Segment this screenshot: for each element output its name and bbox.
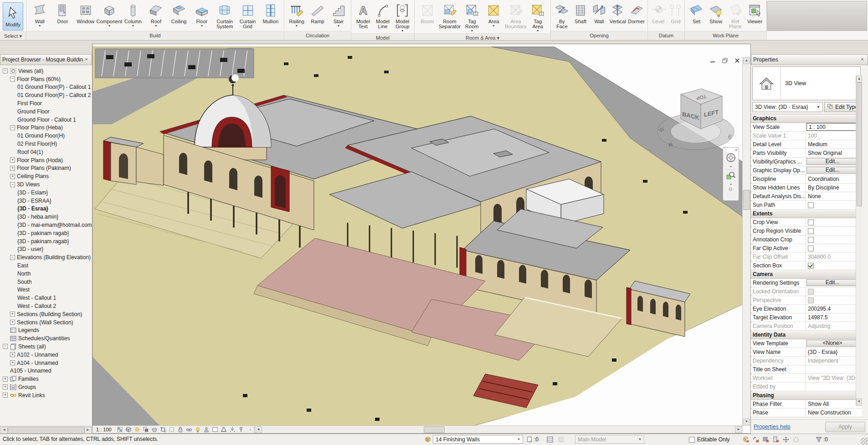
tree-minus-toggle-icon[interactable]: − bbox=[3, 68, 8, 73]
editable-only-control[interactable]: Editable Only bbox=[689, 435, 729, 444]
tree-plus-toggle-icon[interactable]: + bbox=[10, 158, 15, 163]
view-minimize-icon[interactable] bbox=[709, 57, 716, 64]
tree-minus-toggle-icon[interactable]: − bbox=[10, 77, 15, 82]
crop-view-icon[interactable] bbox=[159, 426, 167, 433]
property-value[interactable]: Adjusting bbox=[806, 322, 862, 330]
tool-mullion[interactable]: Mullion bbox=[259, 1, 282, 25]
property-value[interactable]: New Construction bbox=[806, 409, 862, 417]
select-group-label[interactable]: Select ▾ bbox=[0, 31, 26, 40]
tree-item[interactable]: +Ceiling Plans bbox=[0, 172, 92, 180]
constraints-icon[interactable] bbox=[237, 426, 245, 433]
tree-plus-toggle-icon[interactable]: + bbox=[10, 352, 15, 357]
tree-plus-toggle-icon[interactable]: + bbox=[10, 360, 15, 365]
tool-door[interactable]: Door bbox=[51, 1, 74, 25]
temp-view-icon[interactable] bbox=[211, 426, 219, 433]
tool-shaft[interactable]: Shaft bbox=[571, 1, 590, 25]
canvas-vscrollbar[interactable]: ▲ ▼ bbox=[742, 57, 750, 426]
tree-item[interactable]: +A102 - Unnamed bbox=[0, 351, 92, 359]
property-value[interactable]: 200295.4 bbox=[806, 305, 862, 313]
tree-plus-toggle-icon[interactable]: + bbox=[10, 312, 15, 317]
property-value[interactable]: Medium bbox=[806, 140, 862, 148]
tree-minus-toggle-icon[interactable]: − bbox=[10, 182, 15, 187]
tree-item[interactable]: South bbox=[0, 278, 92, 286]
tree-plus-toggle-icon[interactable]: + bbox=[3, 393, 8, 398]
displacement-icon[interactable] bbox=[229, 426, 236, 433]
property-checkbox[interactable] bbox=[808, 220, 814, 225]
editable-only-checkbox[interactable] bbox=[689, 437, 695, 443]
tree-item[interactable]: Legends bbox=[0, 327, 92, 335]
tree-item[interactable]: West bbox=[0, 286, 92, 294]
tree-item[interactable]: Schedules/Quantities bbox=[0, 334, 92, 343]
tool-model-text[interactable]: AModel Text bbox=[353, 1, 373, 30]
project-browser-hscrollbar[interactable]: ◄ ► bbox=[0, 426, 92, 434]
property-button[interactable]: Edit... bbox=[806, 167, 858, 174]
tree-item[interactable]: North bbox=[0, 270, 92, 278]
tool-wall[interactable]: Wall▼ bbox=[28, 1, 51, 28]
shadows-icon[interactable] bbox=[142, 426, 150, 433]
lock-view-icon[interactable] bbox=[177, 426, 185, 433]
tree-item[interactable]: {3D - Eslam} bbox=[0, 189, 92, 197]
property-value[interactable] bbox=[806, 365, 862, 373]
view-close-icon[interactable] bbox=[733, 57, 741, 64]
worksets-dialog-icon[interactable] bbox=[546, 435, 554, 444]
viewcube[interactable]: TOP BACK LEFT N E S W bbox=[656, 87, 740, 156]
tool-model-line[interactable]: Model Line bbox=[373, 1, 392, 30]
tree-item[interactable]: Roof 04(1) bbox=[0, 148, 92, 156]
modify-button[interactable]: Modify bbox=[3, 2, 23, 31]
reveal-hidden-icon[interactable] bbox=[194, 426, 202, 433]
tree-item[interactable]: −Views (all) bbox=[0, 67, 92, 75]
tree-item[interactable]: +Floor Plans (Pakinam) bbox=[0, 164, 92, 173]
detail-level-icon[interactable] bbox=[116, 426, 124, 433]
property-checkbox[interactable] bbox=[808, 263, 814, 269]
tool-model-group[interactable]: Model Group▼ bbox=[393, 1, 412, 33]
crop-region-icon[interactable] bbox=[168, 426, 176, 433]
section-header-graphics[interactable]: Graphics bbox=[751, 114, 862, 123]
tree-item[interactable]: +Sections (Building Section) bbox=[0, 310, 92, 318]
tree-item[interactable]: {3D - ESRAA} bbox=[0, 197, 92, 205]
tool-stair[interactable]: Stair▼ bbox=[328, 1, 349, 28]
tree-item[interactable]: Ground Floor - Callout 1 bbox=[0, 116, 92, 124]
tree-item[interactable]: West - Callout 2 bbox=[0, 302, 92, 310]
visual-style-icon[interactable] bbox=[125, 426, 133, 433]
zoom-dropdown-icon[interactable]: ▾ bbox=[730, 183, 732, 186]
tree-item[interactable]: +Sections (Wall Section) bbox=[0, 318, 92, 327]
property-checkbox[interactable] bbox=[808, 237, 814, 243]
property-checkbox[interactable] bbox=[808, 202, 814, 208]
tool-room-separator[interactable]: Room Separator bbox=[438, 1, 461, 30]
tool-vertical[interactable]: Vertical bbox=[608, 1, 627, 25]
property-value[interactable]: Coordination bbox=[806, 175, 862, 183]
tree-item[interactable]: 02 First Floor(H) bbox=[0, 140, 92, 148]
property-value[interactable]: By Discipline bbox=[806, 184, 862, 192]
mosque-3d-model[interactable] bbox=[92, 44, 751, 427]
tree-item[interactable]: +A104 - Unnamed bbox=[0, 359, 92, 367]
drawing-area[interactable]: TOP BACK LEFT N E S W ⊗ ▾ bbox=[92, 44, 751, 434]
tool-viewer[interactable]: Viewer bbox=[745, 1, 765, 25]
rendering-dialog-icon[interactable] bbox=[151, 426, 159, 433]
tree-item[interactable]: −Elevations (Building Elevation) bbox=[0, 253, 92, 261]
design-option-combobox[interactable]: Main Model▼ bbox=[575, 435, 644, 444]
project-browser-close-icon[interactable]: × bbox=[83, 56, 90, 63]
properties-vscrollbar[interactable]: ▲ ▼ bbox=[856, 75, 862, 406]
tree-item[interactable]: Ground Floor bbox=[0, 107, 92, 116]
tree-item[interactable]: −Floor Plans (60%) bbox=[0, 75, 92, 83]
view-restore-icon[interactable] bbox=[721, 57, 729, 64]
tool-dormer[interactable]: Dormer bbox=[627, 1, 646, 25]
tool-floor[interactable]: Floor▼ bbox=[190, 1, 213, 28]
tree-item[interactable]: +Floor Plans (Hoda) bbox=[0, 156, 92, 164]
rows-x-icon[interactable] bbox=[762, 435, 770, 444]
type-selector[interactable]: 3D View ▼ bbox=[752, 66, 861, 100]
workset-status-icon[interactable] bbox=[424, 435, 432, 444]
tree-item[interactable]: {3D - pakinam ragab} bbox=[0, 229, 92, 237]
door-x-icon[interactable] bbox=[772, 435, 780, 444]
property-value[interactable]: Independent bbox=[806, 357, 862, 365]
apply-button[interactable]: Apply bbox=[825, 422, 865, 432]
tool-ramp[interactable]: Ramp bbox=[307, 1, 328, 25]
tree-item[interactable]: A105 - Unnamed bbox=[0, 367, 92, 375]
tool-tag-room[interactable]: 1Tag Room▼ bbox=[461, 1, 483, 33]
property-button[interactable]: <None> bbox=[806, 340, 858, 347]
worksharing-icon[interactable] bbox=[203, 426, 211, 433]
tool-tag-area[interactable]: 1Tag Area▼ bbox=[527, 1, 549, 33]
analytical-icon[interactable] bbox=[220, 426, 228, 433]
properties-help-link[interactable]: Properties help bbox=[754, 424, 791, 430]
property-value[interactable]: Show Original bbox=[806, 149, 862, 157]
